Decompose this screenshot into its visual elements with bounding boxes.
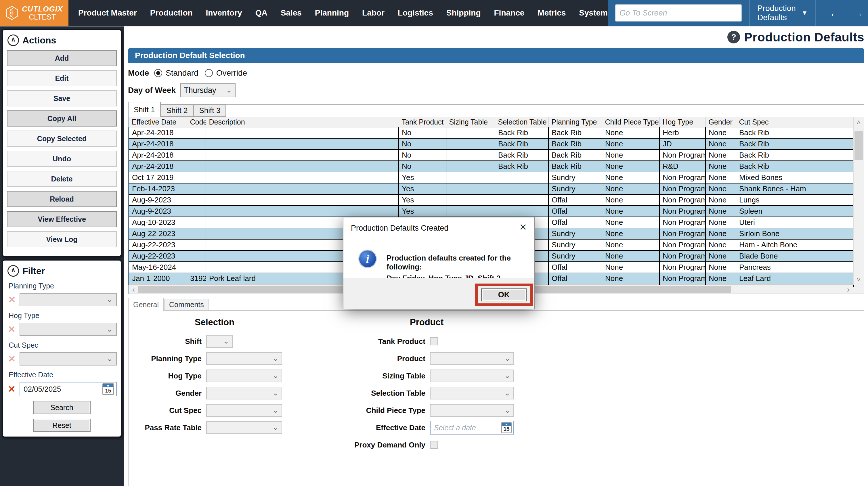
product-select[interactable]: ⌄ [430, 352, 514, 365]
nav-item-inventory[interactable]: Inventory [206, 8, 242, 18]
action-button-copy-selected[interactable]: Copy Selected [7, 130, 117, 147]
radio-standard[interactable] [154, 69, 162, 77]
column-header-selection-table[interactable]: Selection Table [495, 117, 549, 127]
grid-cell: Herb [659, 127, 706, 138]
filter-collapse-icon[interactable]: ∧ [7, 265, 19, 277]
table-row[interactable]: Apr-24-2018NoBack RibBack RibNoneR&DNone… [129, 161, 854, 172]
scroll-down-icon[interactable]: ˅ [854, 275, 864, 285]
nav-item-product-master[interactable]: Product Master [78, 8, 137, 18]
clear-effective-date-icon[interactable]: ✕ [7, 385, 17, 394]
shift-select[interactable]: ⌄ [206, 335, 233, 348]
column-header-hog-type[interactable]: Hog Type [659, 117, 706, 127]
calendar-icon[interactable]: 15 [102, 383, 114, 395]
vertical-scroll-thumb[interactable] [855, 131, 863, 160]
scroll-right-icon[interactable]: › [843, 285, 853, 294]
nav-item-finance[interactable]: Finance [494, 8, 525, 18]
grid-cell [206, 150, 399, 161]
tab-general[interactable]: General [128, 298, 164, 311]
action-button-copy-all[interactable]: Copy All [7, 111, 117, 126]
back-icon[interactable]: ← [824, 7, 846, 19]
table-row[interactable]: Aug-9-2023YesOffalNoneNon ProgramNoneSpl… [129, 206, 854, 217]
action-button-reload[interactable]: Reload [7, 191, 117, 207]
nav-item-shipping[interactable]: Shipping [446, 8, 481, 18]
cut-spec-select[interactable]: ⌄ [206, 404, 282, 417]
effective-date-filter-input[interactable]: 02/05/2025 15 [20, 382, 117, 396]
nav-item-planning[interactable]: Planning [315, 8, 349, 18]
column-header-sizing-table[interactable]: Sizing Table [446, 117, 495, 127]
selection-table-select[interactable]: ⌄ [430, 387, 514, 399]
child-piece-type-select[interactable]: ⌄ [430, 404, 514, 417]
table-row[interactable]: Apr-24-2018NoBack RibBack RibNoneJDNoneB… [129, 138, 854, 150]
help-icon[interactable]: ? [727, 31, 740, 43]
ok-button[interactable]: OK [481, 288, 527, 301]
go-to-screen-input[interactable]: Go To Screen [615, 4, 742, 22]
grid-cell: Offal [549, 194, 602, 206]
reset-button[interactable]: Reset [33, 419, 91, 432]
day-of-week-select[interactable]: Thursday ⌄ [180, 83, 236, 97]
nav-item-logistics[interactable]: Logistics [398, 8, 433, 18]
action-button-add[interactable]: Add [7, 50, 117, 66]
radio-override[interactable] [205, 69, 213, 77]
brand-logo: CUTLOGIX CLTEST [0, 0, 68, 26]
filter-select-hog-type[interactable]: ⌄ [20, 323, 117, 336]
nav-item-labor[interactable]: Labor [362, 8, 384, 18]
filter-select-planning-type[interactable]: ⌄ [20, 293, 117, 306]
filter-label-cut-spec: Cut Spec [9, 341, 117, 350]
table-row[interactable]: Aug-9-2023YesOffalNoneNon ProgramNoneLun… [129, 194, 854, 206]
hog-type-select[interactable]: ⌄ [206, 369, 282, 382]
clear-filter-icon[interactable]: ✕ [7, 295, 17, 304]
screen-selector-dropdown[interactable]: Production Defaults ▼ [757, 4, 808, 22]
filter-select-cut-spec[interactable]: ⌄ [20, 352, 117, 365]
actions-collapse-icon[interactable]: ∧ [7, 34, 19, 46]
sizing-table-select[interactable]: ⌄ [430, 369, 514, 382]
grid-cell: Offal [549, 273, 602, 284]
grid-cell: Uteri [736, 217, 854, 228]
scroll-left-icon[interactable]: ‹ [129, 285, 138, 294]
action-button-view-log[interactable]: View Log [7, 231, 117, 247]
column-header-cut-spec[interactable]: Cut Spec [736, 117, 854, 127]
column-header-code[interactable]: Code [187, 117, 206, 127]
table-row[interactable]: Feb-14-2023YesSundryNoneNon ProgramNoneS… [129, 183, 854, 194]
grid-cell: Yes [399, 172, 446, 183]
pass-rate-table-select[interactable]: ⌄ [206, 421, 282, 434]
search-button[interactable]: Search [33, 401, 91, 414]
column-header-child-piece-type[interactable]: Child Piece Type [602, 117, 659, 127]
column-header-description[interactable]: Description [206, 117, 399, 127]
column-header-gender[interactable]: Gender [706, 117, 736, 127]
action-button-view-effective[interactable]: View Effective [7, 211, 117, 227]
tab-shift-1[interactable]: Shift 1 [128, 102, 161, 117]
forward-icon[interactable]: → [846, 7, 868, 19]
nav-item-sales[interactable]: Sales [281, 8, 302, 18]
planning-type-select[interactable]: ⌄ [206, 352, 282, 365]
effective-date-input[interactable]: Select a date15 [430, 421, 514, 434]
tab-comments[interactable]: Comments [164, 299, 209, 310]
nav-item-metrics[interactable]: Metrics [537, 8, 566, 18]
vertical-scrollbar[interactable]: ˄ ˅ [853, 117, 864, 285]
action-button-undo[interactable]: Undo [7, 151, 117, 167]
column-header-effective-date[interactable]: Effective Date [129, 117, 187, 127]
action-button-save[interactable]: Save [7, 90, 117, 107]
clear-filter-icon[interactable]: ✕ [7, 354, 17, 364]
calendar-icon[interactable]: 15 [501, 422, 512, 433]
tab-shift-3[interactable]: Shift 3 [193, 104, 226, 117]
action-button-delete[interactable]: Delete [7, 171, 117, 187]
gender-select[interactable]: ⌄ [206, 387, 282, 399]
nav-item-system[interactable]: System [579, 8, 608, 18]
nav-item-qa[interactable]: QA [255, 8, 268, 18]
tank-product-checkbox[interactable] [430, 337, 438, 345]
grid-cell: Yes [399, 194, 446, 206]
dialog-close-icon[interactable]: ✕ [519, 222, 527, 232]
table-row[interactable]: Apr-24-2018NoBack RibBack RibNoneHerbNon… [129, 127, 854, 138]
proxy-demand-only-checkbox[interactable] [430, 441, 438, 449]
shift-label: Shift [134, 337, 206, 346]
action-button-edit[interactable]: Edit [7, 70, 117, 86]
column-header-planning-type[interactable]: Planning Type [549, 117, 602, 127]
scroll-up-icon[interactable]: ˄ [854, 117, 864, 128]
tab-shift-2[interactable]: Shift 2 [161, 104, 193, 117]
table-row[interactable]: Oct-17-2019YesSundryNoneNon ProgramNoneM… [129, 172, 854, 183]
nav-item-production[interactable]: Production [150, 8, 193, 18]
column-header-tank-product[interactable]: Tank Product [399, 117, 446, 127]
table-row[interactable]: Apr-24-2018NoBack RibBack RibNoneNon Pro… [129, 150, 854, 161]
grid-cell: 31925 [187, 273, 206, 284]
clear-filter-icon[interactable]: ✕ [7, 325, 17, 334]
